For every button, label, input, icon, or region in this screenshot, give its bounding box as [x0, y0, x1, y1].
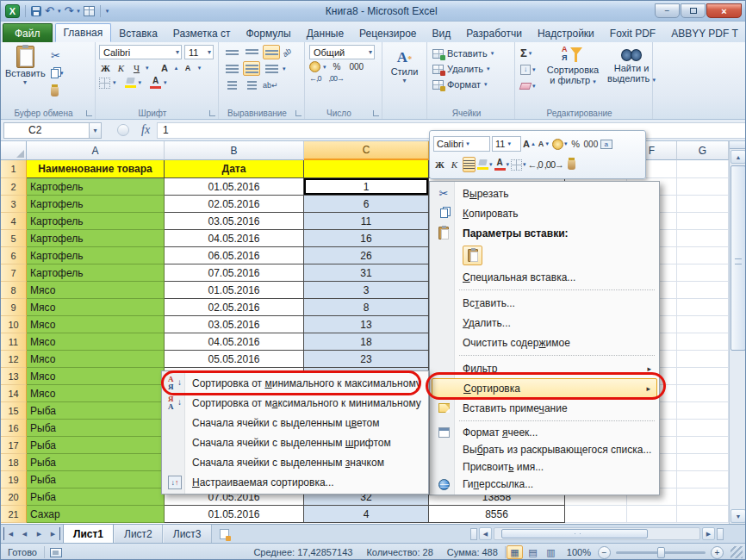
cell-C11[interactable]: 18: [304, 333, 429, 351]
ribbon-tab-Foxit PDF[interactable]: Foxit PDF: [602, 24, 663, 42]
row-header-11[interactable]: 11: [1, 333, 27, 351]
page-break-view-button[interactable]: ▥: [543, 545, 559, 559]
column-header-G[interactable]: G: [677, 141, 729, 160]
cell-A20[interactable]: Рыба: [27, 488, 165, 506]
split-handle[interactable]: [730, 141, 746, 149]
cell-G17[interactable]: [677, 437, 729, 454]
redo-button[interactable]: ↷: [64, 5, 73, 17]
dialog-launcher-icon[interactable]: [86, 110, 92, 116]
wrap-text-button[interactable]: ab↵: [263, 81, 278, 90]
cell-B8[interactable]: 01.05.2016: [165, 282, 304, 299]
mini-currency-button[interactable]: ▾: [552, 136, 568, 152]
mini-borders-button[interactable]: ▾: [511, 157, 526, 172]
column-header-B[interactable]: B: [165, 141, 304, 160]
mini-thousands-button[interactable]: 000: [584, 136, 599, 152]
cell-G12[interactable]: [677, 351, 729, 368]
insert-cells-button[interactable]: Вставить ▾: [432, 46, 509, 61]
dialog-launcher-icon[interactable]: [295, 110, 302, 116]
cell-G5[interactable]: [677, 230, 729, 247]
mini-format-painter-button[interactable]: [565, 157, 578, 172]
row-header-19[interactable]: 19: [1, 471, 27, 488]
fill-button[interactable]: ↓▾: [520, 63, 536, 76]
cell-G2[interactable]: [677, 178, 729, 196]
cell-C6[interactable]: 26: [304, 247, 429, 264]
zoom-slider[interactable]: [616, 551, 706, 554]
ribbon-tab-Главная[interactable]: Главная: [55, 23, 112, 42]
borders-button[interactable]: [99, 78, 110, 89]
mini-font-combo[interactable]: Calibri▾: [433, 136, 490, 152]
percent-button[interactable]: %: [333, 62, 341, 72]
row-header-20[interactable]: 20: [1, 488, 27, 506]
row-header-4[interactable]: 4: [1, 213, 27, 230]
dropdown-icon[interactable]: ▾: [323, 64, 326, 71]
dropdown-icon[interactable]: ▾: [113, 79, 116, 86]
cell-B3[interactable]: 02.05.2016: [165, 196, 304, 213]
cell-G11[interactable]: [677, 333, 729, 351]
tab-splitter[interactable]: [470, 528, 477, 540]
quick-table-icon[interactable]: [84, 6, 95, 16]
cell-G19[interactable]: [677, 471, 729, 488]
cell-A13[interactable]: Мясо: [27, 368, 165, 385]
submenu-item[interactable]: Сначала ячейки с выделенным значком: [164, 452, 426, 472]
italic-button[interactable]: К: [115, 61, 127, 75]
cell-A9[interactable]: Мясо: [27, 299, 165, 316]
cut-button[interactable]: ✂: [51, 48, 64, 62]
sheet-tab-Лист1[interactable]: Лист1: [63, 525, 114, 543]
clear-button[interactable]: ▾: [520, 79, 536, 92]
cell-B2[interactable]: 01.05.2016: [165, 178, 304, 196]
cell-C9[interactable]: 8: [304, 299, 429, 316]
menu-item[interactable]: Вставить примечание: [432, 398, 657, 418]
cell-G10[interactable]: [677, 316, 729, 333]
zoom-level[interactable]: 100%: [560, 547, 598, 557]
ribbon-tab-Данные[interactable]: Данные: [299, 24, 351, 42]
undo-button[interactable]: ↶: [45, 5, 54, 17]
cell-A3[interactable]: Картофель: [27, 196, 165, 213]
align-right-button[interactable]: [263, 61, 280, 76]
cell-G13[interactable]: [677, 368, 729, 385]
submenu-item[interactable]: ↓↑Настраиваемая сортировка...: [164, 472, 426, 492]
menu-item[interactable]: Фильтр▸: [432, 358, 657, 378]
decrease-indent-button[interactable]: [223, 78, 240, 92]
cell-C2[interactable]: 1: [304, 178, 429, 196]
menu-item[interactable]: Копировать: [432, 203, 657, 223]
menu-item[interactable]: Вставить...: [432, 293, 657, 313]
dropdown-icon[interactable]: ▾: [164, 79, 167, 86]
menu-item[interactable]: ✂Вырезать: [432, 184, 657, 203]
grow-font-button[interactable]: А: [159, 61, 171, 75]
submenu-item[interactable]: Сначала ячейки с выделенным шрифтом: [164, 432, 426, 452]
prev-sheet-icon[interactable]: ◀: [18, 527, 31, 540]
row-header-8[interactable]: 8: [1, 282, 27, 299]
font-size-combo[interactable]: 11▾: [184, 45, 214, 59]
column-header-C[interactable]: C: [304, 141, 429, 160]
minimize-button[interactable]: −: [655, 3, 680, 18]
cell-G8[interactable]: [677, 282, 729, 299]
mini-font-color-button[interactable]: А▾: [494, 157, 510, 172]
cell-A19[interactable]: Рыба: [27, 471, 165, 488]
ribbon-tab-Файл[interactable]: Файл: [3, 23, 53, 42]
mini-italic-button[interactable]: К: [448, 157, 461, 172]
page-layout-view-button[interactable]: ▤: [525, 545, 541, 559]
cell-C10[interactable]: 13: [304, 316, 429, 333]
resize-grip[interactable]: [730, 546, 743, 558]
row-header-2[interactable]: 2: [1, 178, 27, 196]
zoom-in-button[interactable]: +: [711, 546, 724, 559]
excel-logo-icon[interactable]: X: [5, 4, 20, 18]
cell-C8[interactable]: 3: [304, 282, 429, 299]
cell-G1[interactable]: [677, 160, 729, 178]
redo-dropdown-icon[interactable]: ▾: [77, 8, 80, 15]
cell-B9[interactable]: 02.05.2016: [165, 299, 304, 316]
record-macro-icon[interactable]: [50, 548, 62, 557]
cell-B5[interactable]: 04.05.2016: [165, 230, 304, 247]
cell-G6[interactable]: [677, 247, 729, 264]
row-header-13[interactable]: 13: [1, 368, 27, 385]
decrease-decimal-button[interactable]: ,00→: [329, 74, 345, 83]
row-header-3[interactable]: 3: [1, 196, 27, 213]
align-center-button[interactable]: [243, 61, 260, 76]
menu-item[interactable]: Выбрать из раскрывающегося списка...: [432, 441, 657, 458]
row-header-14[interactable]: 14: [1, 385, 27, 402]
window-splitter[interactable]: [717, 528, 724, 540]
mini-merge-button[interactable]: a: [600, 136, 612, 152]
paste-button[interactable]: Вставить ▾: [5, 46, 45, 86]
cell-B21[interactable]: 01.05.2016: [165, 506, 304, 523]
scroll-up-icon[interactable]: ▲: [730, 150, 746, 164]
